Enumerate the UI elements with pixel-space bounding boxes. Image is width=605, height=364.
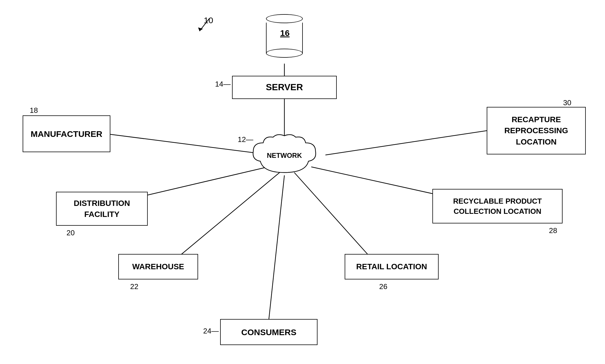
- retail-id-label: 26: [379, 282, 387, 291]
- svg-line-8: [269, 175, 284, 320]
- manufacturer-id-label: 18: [30, 106, 38, 115]
- warehouse-id-label: 22: [130, 282, 138, 291]
- svg-line-6: [181, 170, 283, 255]
- retail-node: RETAIL LOCATION: [345, 254, 439, 279]
- consumers-id-label: 24—: [203, 327, 219, 335]
- distribution-node: DISTRIBUTIONFACILITY: [56, 192, 148, 226]
- warehouse-node: WAREHOUSE: [118, 254, 198, 279]
- server-node: SERVER: [232, 76, 337, 99]
- database-label: 16: [280, 28, 289, 38]
- manufacturer-node: MANUFACTURER: [23, 115, 110, 152]
- svg-line-5: [311, 167, 433, 194]
- svg-line-3: [325, 131, 487, 155]
- recyclable-node: RECYCLABLE PRODUCTCOLLECTION LOCATION: [432, 189, 563, 223]
- network-id-label: 12—: [238, 135, 253, 144]
- recapture-id-label: 30: [563, 98, 571, 107]
- recapture-node: RECAPTUREREPROCESSINGLOCATION: [487, 107, 586, 154]
- consumers-node: CONSUMERS: [220, 319, 317, 345]
- server-id-label: 14—: [215, 80, 231, 89]
- network-cloud: NETWORK: [249, 133, 320, 181]
- recyclable-id-label: 28: [549, 226, 557, 235]
- svg-text:NETWORK: NETWORK: [267, 152, 302, 159]
- distribution-id-label: 20: [66, 229, 75, 237]
- svg-line-7: [294, 173, 368, 255]
